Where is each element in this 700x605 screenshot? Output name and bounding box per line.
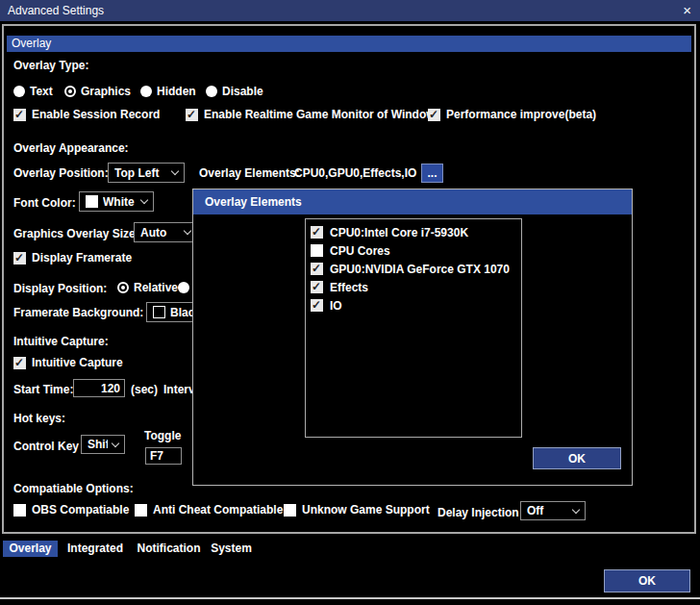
- chevron-down-icon: [572, 505, 580, 513]
- obs-compatiable-label: OBS Compatiable: [32, 503, 129, 517]
- overlay-position-value: Top Left: [114, 166, 167, 180]
- chevron-down-icon: [184, 227, 191, 235]
- checkbox-icon[interactable]: [13, 504, 26, 517]
- delay-injection-dropdown[interactable]: Off: [520, 501, 586, 520]
- checkbox-icon[interactable]: [311, 281, 323, 293]
- checkbox-unknow-game[interactable]: Unknow Game Support: [284, 503, 430, 517]
- radio-disable[interactable]: Disable: [206, 85, 263, 98]
- close-icon[interactable]: ×: [683, 0, 691, 20]
- radio-disable-label: Disable: [222, 85, 263, 98]
- cpu0-label: CPU0:Intel Core i7-5930K: [330, 226, 468, 239]
- radio-hidden[interactable]: Hidden: [140, 85, 196, 98]
- session-record-label: Enable Session Record: [32, 108, 160, 121]
- tab-overlay[interactable]: Overlay: [3, 541, 58, 557]
- start-time-unit: (sec): [131, 383, 158, 396]
- checkbox-intuitive-capture[interactable]: Intuitive Capture: [13, 356, 123, 369]
- graphics-overlay-size-label: Graphics Overlay Size:: [13, 227, 139, 240]
- checkbox-icon[interactable]: [311, 226, 323, 239]
- delay-injection-value: Off: [527, 504, 568, 517]
- radio-icon[interactable]: [64, 86, 76, 97]
- intuitive-capture-label: Intuitive Capture: [32, 356, 123, 369]
- display-position-label: Display Position:: [13, 282, 107, 295]
- graphics-overlay-size-dropdown[interactable]: Auto: [134, 222, 197, 242]
- overlay-position-dropdown[interactable]: Top Left: [108, 163, 185, 183]
- list-item-cpu0[interactable]: CPU0:Intel Core i7-5930K: [306, 223, 521, 241]
- compatiable-options-header: Compatiable Options:: [13, 482, 134, 495]
- start-time-label: Start Time:: [13, 383, 73, 396]
- anti-cheat-label: Anti Cheat Compatiable: [153, 503, 283, 517]
- overlay-elements-value: CPU0,GPU0,Effects,IO: [294, 166, 416, 180]
- overlay-position-label: Overlay Position:: [13, 166, 109, 180]
- checkbox-anti-cheat[interactable]: Anti Cheat Compatiable: [135, 503, 283, 517]
- font-color-dropdown[interactable]: White: [79, 191, 154, 212]
- popup-ok-button[interactable]: OK: [533, 447, 621, 469]
- checkbox-session-record[interactable]: Enable Session Record: [13, 108, 160, 121]
- radio-icon[interactable]: [13, 86, 25, 97]
- checkbox-icon[interactable]: [13, 109, 26, 121]
- window-bottom-border: [0, 597, 700, 599]
- radio-graphics[interactable]: Graphics: [64, 85, 131, 98]
- overlay-type-header: Overlay Type:: [13, 59, 88, 72]
- overlay-elements-popup: Overlay Elements CPU0:Intel Core i7-5930…: [192, 189, 633, 486]
- popup-title-bar[interactable]: Overlay Elements: [193, 189, 632, 214]
- radio-text[interactable]: Text: [13, 85, 53, 98]
- ok-button[interactable]: OK: [604, 569, 690, 592]
- start-time-input[interactable]: [73, 379, 125, 397]
- white-color-swatch: [86, 195, 98, 208]
- effects-label: Effects: [330, 281, 368, 294]
- chevron-down-icon: [112, 439, 119, 446]
- checkbox-realtime-monitor[interactable]: Enable Realtime Game Monitor of Window: [186, 108, 436, 121]
- list-item-cpu-cores[interactable]: CPU Cores: [306, 241, 521, 260]
- tab-notification[interactable]: Notification: [133, 541, 205, 557]
- checkbox-icon[interactable]: [428, 109, 440, 121]
- font-color-value: White: [103, 195, 137, 209]
- chevron-down-icon: [171, 167, 179, 175]
- radio-relative[interactable]: Relative: [117, 281, 178, 294]
- unknow-game-label: Unknow Game Support: [302, 503, 430, 517]
- hot-keys-header: Hot keys:: [13, 412, 65, 425]
- overlay-elements-more-button[interactable]: ...: [421, 164, 443, 183]
- advanced-settings-window: Advanced Settings × Overlay Overlay Type…: [0, 0, 700, 605]
- relative-label: Relative: [134, 281, 178, 294]
- checkbox-icon[interactable]: [311, 263, 323, 275]
- radio-graphics-label: Graphics: [81, 85, 131, 98]
- overlay-section-header: Overlay: [7, 36, 691, 52]
- display-position-radio-2[interactable]: [178, 282, 189, 293]
- tab-integrated[interactable]: Integrated: [62, 541, 129, 557]
- list-item-effects[interactable]: Effects: [306, 278, 521, 296]
- checkbox-obs-compatiable[interactable]: OBS Compatiable: [13, 503, 129, 517]
- list-item-io[interactable]: IO: [306, 296, 521, 315]
- checkbox-display-framerate[interactable]: Display Framerate: [13, 251, 132, 265]
- toggle-label: Toggle: [144, 429, 181, 442]
- radio-hidden-label: Hidden: [157, 85, 196, 98]
- checkbox-icon[interactable]: [186, 109, 198, 121]
- checkbox-icon[interactable]: [284, 504, 296, 517]
- checkbox-icon[interactable]: [13, 252, 26, 265]
- list-item-gpu0[interactable]: GPU0:NVIDIA GeForce GTX 1070: [306, 260, 521, 278]
- control-key-label: Control Key: [13, 440, 79, 453]
- radio-icon[interactable]: [140, 86, 152, 97]
- framerate-background-label: Framerate Background:: [13, 306, 143, 319]
- delay-injection-label: Delay Injection: [438, 506, 519, 519]
- cpu-cores-label: CPU Cores: [330, 244, 390, 258]
- radio-icon[interactable]: [117, 282, 129, 293]
- realtime-monitor-label: Enable Realtime Game Monitor of Window: [204, 108, 436, 121]
- display-framerate-label: Display Framerate: [32, 251, 132, 265]
- black-color-swatch: [153, 306, 165, 318]
- radio-icon[interactable]: [206, 86, 217, 97]
- checkbox-performance-improve[interactable]: Performance improve(beta): [428, 108, 596, 121]
- font-color-label: Font Color:: [13, 196, 76, 210]
- checkbox-icon[interactable]: [135, 504, 147, 517]
- radio-text-label: Text: [30, 85, 53, 98]
- appearance-header: Overlay Appearance:: [13, 141, 129, 155]
- overlay-elements-listbox: CPU0:Intel Core i7-5930K CPU Cores GPU0:…: [305, 218, 522, 438]
- toggle-key-input[interactable]: [145, 447, 182, 465]
- checkbox-icon[interactable]: [311, 244, 323, 257]
- gpu0-label: GPU0:NVIDIA GeForce GTX 1070: [330, 263, 510, 276]
- checkbox-icon[interactable]: [311, 299, 323, 312]
- control-key-dropdown[interactable]: Shift: [81, 435, 125, 454]
- window-title: Advanced Settings: [8, 0, 104, 21]
- checkbox-icon[interactable]: [13, 357, 26, 369]
- tab-system[interactable]: System: [205, 541, 258, 557]
- graphics-overlay-size-value: Auto: [140, 226, 180, 239]
